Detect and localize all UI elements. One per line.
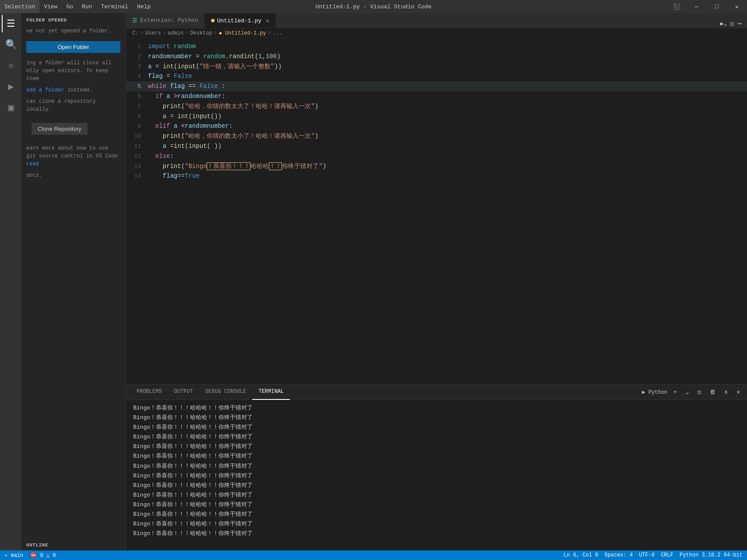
explorer-icon[interactable]: ☰ [2, 15, 19, 32]
window-controls: ⬛ — □ ✕ [666, 0, 747, 13]
code-line-1: 1 import random [126, 42, 747, 52]
panel-python-label: ▶ Python [642, 389, 667, 396]
menu-help[interactable]: Help [133, 0, 155, 13]
editor-area: ☰ Extension: Python Untitled-1.py ✕ ▶⌄ ◫… [126, 13, 747, 550]
read-link[interactable]: read [26, 161, 39, 167]
terminal-line: Bingo！恭喜你！！！哈哈哈！！你终于猜对了 [133, 490, 740, 500]
debug-icon[interactable]: ▶ [2, 78, 19, 95]
status-eol: CRLF [661, 552, 673, 558]
sidebar-hint2-text: instead. [67, 87, 93, 93]
status-spaces: Spaces: 4 [604, 552, 633, 558]
panel-tab-output[interactable]: OUTPUT [168, 385, 199, 400]
code-editor[interactable]: 1 import random 2 randomnumber = random.… [126, 38, 747, 384]
tab-untitled-label: Untitled-1.py [217, 18, 261, 24]
code-line-12: 12 else: [126, 151, 747, 161]
breadcrumb-more[interactable]: ... [273, 30, 282, 36]
panel-add-button[interactable]: + [671, 388, 680, 396]
clone-repo-button[interactable]: Clone Repository [32, 123, 88, 135]
status-bar: ⚛ main ⛔ 0 △ 0 Ln 6, Col 8 Spaces: 4 UTF… [0, 550, 747, 560]
more-actions-icon[interactable]: ⋯ [737, 19, 742, 28]
sidebar-no-folder: ve not yet opened a folder. [21, 25, 126, 37]
run-split-button[interactable]: ▶⌄ [720, 20, 727, 27]
open-folder-button[interactable]: Open Folder [26, 41, 120, 53]
search-icon[interactable]: 🔍 [2, 36, 19, 53]
breadcrumb-c[interactable]: C: [132, 30, 138, 36]
tab-bar: ☰ Extension: Python Untitled-1.py ✕ ▶⌄ ◫… [126, 13, 747, 28]
terminal-content[interactable]: Bingo！恭喜你！！！哈哈哈！！你终于猜对了Bingo！恭喜你！！！哈哈哈！！… [126, 400, 747, 550]
title-bar: Selection View Go Run Terminal Help Unti… [0, 0, 747, 13]
tab-close-icon[interactable]: ✕ [266, 17, 269, 24]
code-line-9: 9 elif a <randomnumber: [126, 121, 747, 131]
panel-close-icon[interactable]: ✕ [734, 388, 743, 396]
terminal-line: Bingo！恭喜你！！！哈哈哈！！你终于猜对了 [133, 519, 740, 529]
tab-extension-python[interactable]: ☰ Extension: Python [126, 13, 205, 28]
code-line-14: 14 flag==True [126, 171, 747, 181]
maximize-button[interactable]: □ [707, 0, 727, 13]
code-line-7: 7 print("哈哈，你猜的数太大了！哈哈！请再输入一次") [126, 102, 747, 112]
menu-selection[interactable]: Selection [0, 0, 39, 13]
panel-tab-terminal[interactable]: TERMINAL [252, 385, 290, 400]
menu-terminal[interactable]: Terminal [96, 0, 132, 13]
status-python[interactable]: Python 3.10.2 64-bit [680, 552, 743, 558]
status-branch[interactable]: ⚛ main [4, 552, 23, 559]
main-container: ☰ 🔍 ⚛ ▶ ▣ FOLDER OPENED ve not yet opene… [0, 13, 747, 550]
sidebar-hint5: docs. [21, 170, 126, 181]
status-ln-col: Ln 6, Col 8 [564, 552, 598, 558]
menu-go[interactable]: Go [62, 0, 78, 13]
outline-header: OUTLINE [21, 538, 126, 550]
terminal-line: Bingo！恭喜你！！！哈哈哈！！你终于猜对了 [133, 413, 740, 423]
hint4-text: earn more about how to use git source co… [26, 145, 118, 159]
split-editor-icon[interactable]: ◫ [731, 20, 734, 27]
terminal-line: Bingo！恭喜你！！！哈哈哈！！你终于猜对了 [133, 471, 740, 481]
close-button[interactable]: ✕ [727, 0, 747, 13]
breadcrumb-admin[interactable]: admin [168, 30, 183, 36]
tab-extension-label: Extension: Python [140, 17, 198, 24]
code-line-11: 11 a =int(input( )) [126, 141, 747, 151]
code-line-8: 8 a = int(input()) [126, 112, 747, 122]
terminal-line: Bingo！恭喜你！！！哈哈哈！！你终于猜对了 [133, 442, 740, 452]
code-line-10: 10 print("哈哈，你猜的数太小了！哈哈！请再输入一次") [126, 131, 747, 141]
code-line-4: 4 flag = False [126, 71, 747, 81]
minimize-button[interactable]: — [687, 0, 707, 13]
menu-run[interactable]: Run [78, 0, 96, 13]
add-folder-link[interactable]: add a folder [26, 87, 64, 93]
panel-split-icon[interactable]: ◫ [695, 388, 704, 396]
sidebar-hint2: add a folder instead. [21, 84, 126, 96]
status-errors[interactable]: ⛔ 0 △ 0 [30, 552, 56, 559]
breadcrumb-users[interactable]: Users [145, 30, 161, 36]
breadcrumb-desktop[interactable]: Desktop [190, 30, 212, 36]
menu-view[interactable]: View [39, 0, 62, 13]
menu-bar: Selection View Go Run Terminal Help [0, 0, 155, 13]
sidebar: FOLDER OPENED ve not yet opened a folder… [21, 13, 126, 550]
terminal-line: Bingo！恭喜你！！！哈哈哈！！你终于猜对了 [133, 432, 740, 442]
code-line-2: 2 randomnumber = random.randint(1,100) [126, 52, 747, 62]
window-title: Untitled-1.py - Visual Studio Code [315, 4, 431, 10]
code-line-13: 13 print("Bingo！恭喜你！！！哈哈哈！！你终于猜对了") [126, 161, 747, 172]
terminal-panel: PROBLEMS OUTPUT DEBUG CONSOLE TERMINAL ▶… [126, 384, 747, 550]
terminal-line: Bingo！恭喜你！！！哈哈哈！！你终于猜对了 [133, 529, 740, 539]
layout-icon[interactable]: ⬛ [666, 0, 687, 13]
status-right: Ln 6, Col 8 Spaces: 4 UTF-8 CRLF Python … [564, 552, 743, 558]
source-control-icon[interactable]: ⚛ [2, 57, 19, 74]
extensions-icon[interactable]: ▣ [2, 99, 19, 116]
code-line-5: 5 while flag == False : [126, 81, 747, 91]
tab-untitled-py[interactable]: Untitled-1.py ✕ [205, 13, 276, 28]
tab-modified-dot [211, 19, 215, 22]
terminal-line: Bingo！恭喜你！！！哈哈哈！！你终于猜对了 [133, 452, 740, 461]
breadcrumb: C: > Users > admin > Desktop > ◆ Untitle… [126, 28, 747, 38]
code-line-3: 3 a = int(input("猜一猜，请输入一个整数")) [126, 62, 747, 72]
tab-extension-icon: ☰ [132, 17, 137, 24]
status-encoding: UTF-8 [639, 552, 655, 558]
panel-tab-debug[interactable]: DEBUG CONSOLE [199, 385, 253, 400]
breadcrumb-file[interactable]: ◆ Untitled-1.py [219, 30, 266, 36]
panel-chevron-icon[interactable]: ⌄ [683, 388, 692, 396]
code-line-6: 6 if a >randomnumber: [126, 91, 747, 102]
panel-trash-icon[interactable]: 🗑 [707, 388, 718, 396]
panel-up-icon[interactable]: ∧ [722, 388, 730, 396]
sidebar-hint1: ing a folder will close all ntly open ed… [21, 57, 126, 84]
terminal-line: Bingo！恭喜你！！！哈哈哈！！你终于猜对了 [133, 462, 740, 471]
panel-tab-problems[interactable]: PROBLEMS [130, 385, 168, 400]
sidebar-header: FOLDER OPENED [21, 13, 126, 25]
sidebar-hint3: can clone a repository locally. [21, 96, 126, 115]
terminal-line: Bingo！恭喜你！！！哈哈哈！！你终于猜对了 [133, 423, 740, 432]
